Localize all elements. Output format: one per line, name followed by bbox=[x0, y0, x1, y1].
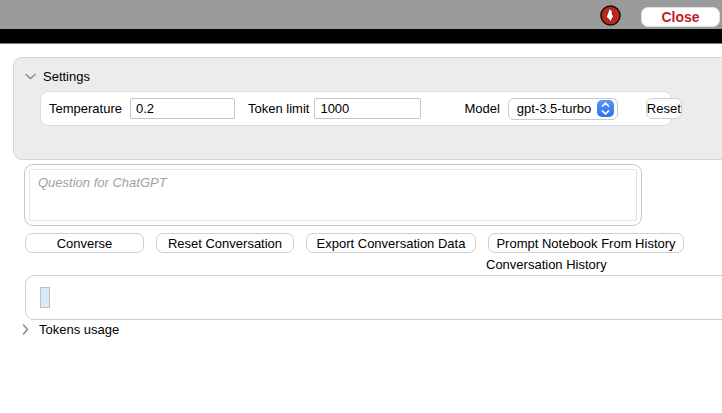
converse-button[interactable]: Converse bbox=[25, 233, 144, 253]
chevron-right-icon bbox=[20, 324, 31, 335]
tokens-usage-section: Tokens usage bbox=[20, 322, 119, 337]
settings-controls-box: Temperature Token limit Model gpt-3.5-tu… bbox=[40, 91, 672, 126]
empty-selection-indicator bbox=[40, 287, 50, 308]
temperature-input[interactable] bbox=[130, 98, 235, 119]
question-input[interactable] bbox=[29, 169, 637, 221]
token-limit-input[interactable] bbox=[314, 98, 421, 119]
conversation-history-title: Conversation History bbox=[486, 257, 590, 272]
model-label: Model bbox=[464, 101, 499, 116]
model-popup-value: gpt-3.5-turbo bbox=[517, 101, 591, 116]
tokens-usage-disclosure[interactable]: Tokens usage bbox=[20, 322, 119, 337]
settings-header-label: Settings bbox=[43, 69, 90, 84]
settings-panel: Settings Temperature Token limit Model g… bbox=[13, 57, 722, 160]
model-popup-button[interactable]: gpt-3.5-turbo bbox=[508, 98, 618, 120]
toolbar-divider-bar bbox=[0, 29, 722, 44]
conversation-history-box[interactable] bbox=[25, 275, 722, 320]
actions-row: Converse Reset Conversation Export Conve… bbox=[25, 233, 684, 253]
tokens-usage-label: Tokens usage bbox=[39, 322, 119, 337]
title-bar: Close bbox=[0, 0, 722, 29]
close-button[interactable]: Close bbox=[641, 7, 720, 27]
wolf-badge-icon bbox=[600, 5, 621, 26]
popup-stepper-icon bbox=[597, 100, 614, 117]
reset-button[interactable]: Reset bbox=[646, 98, 682, 119]
settings-disclosure[interactable]: Settings bbox=[25, 69, 90, 84]
chevron-down-icon bbox=[25, 71, 36, 82]
reset-conversation-button[interactable]: Reset Conversation bbox=[156, 233, 294, 253]
token-limit-label: Token limit bbox=[248, 101, 309, 116]
question-box bbox=[24, 164, 642, 226]
export-conversation-button[interactable]: Export Conversation Data bbox=[306, 233, 476, 253]
prompt-notebook-button[interactable]: Prompt Notebook From History bbox=[488, 233, 684, 253]
temperature-label: Temperature bbox=[49, 101, 122, 116]
